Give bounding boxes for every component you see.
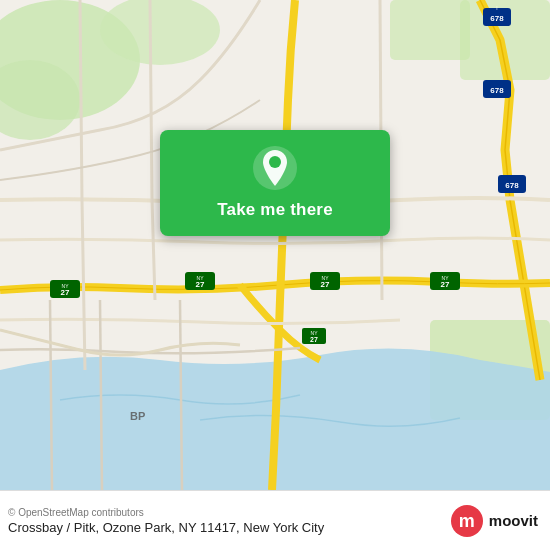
moovit-label: moovit <box>489 512 538 529</box>
svg-text:27: 27 <box>196 280 205 289</box>
svg-text:678: 678 <box>505 181 519 190</box>
svg-text:27: 27 <box>441 280 450 289</box>
svg-text:27: 27 <box>321 280 330 289</box>
svg-rect-4 <box>390 0 470 60</box>
svg-text:678: 678 <box>490 86 504 95</box>
svg-text:I: I <box>496 5 497 11</box>
button-label: Take me there <box>217 200 333 220</box>
svg-point-31 <box>269 156 281 168</box>
svg-text:BP: BP <box>130 410 145 422</box>
svg-text:27: 27 <box>310 336 318 343</box>
address-text: Crossbay / Pitk, Ozone Park, NY 11417, N… <box>8 520 324 535</box>
location-pin-icon <box>251 144 299 192</box>
svg-text:27: 27 <box>61 288 70 297</box>
svg-text:678: 678 <box>490 14 504 23</box>
bottom-bar: © OpenStreetMap contributors Crossbay / … <box>0 490 550 550</box>
take-me-there-button[interactable]: Take me there <box>160 130 390 236</box>
map-view: 678 I 678 678 NY 27 NY 27 NY 27 NY 27 NY… <box>0 0 550 490</box>
copyright-text: © OpenStreetMap contributors <box>8 507 324 518</box>
moovit-icon: m <box>451 505 483 537</box>
address-group: © OpenStreetMap contributors Crossbay / … <box>8 507 324 535</box>
moovit-logo: m moovit <box>451 505 538 537</box>
